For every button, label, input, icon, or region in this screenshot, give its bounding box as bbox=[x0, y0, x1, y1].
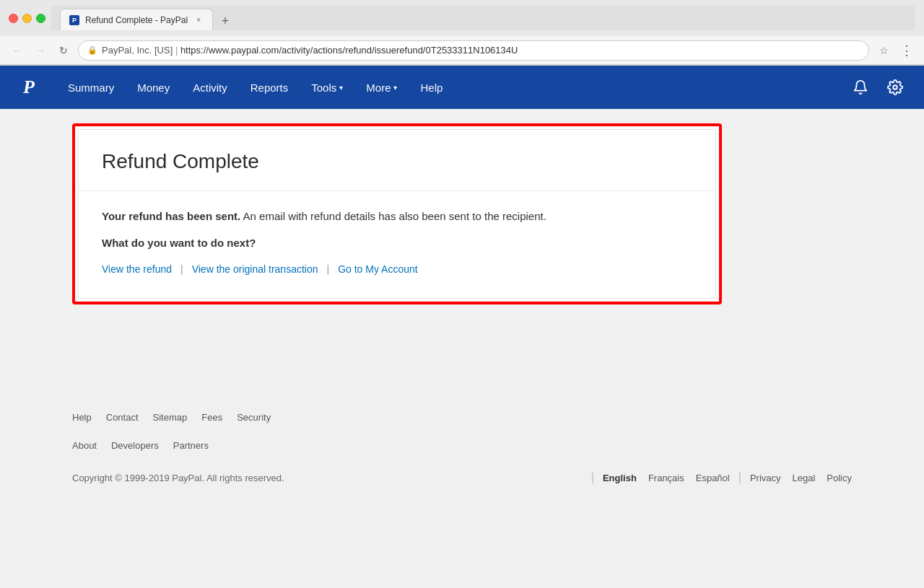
footer-contact-link[interactable]: Contact bbox=[106, 412, 139, 423]
browser-menu-button[interactable]: ⋮ bbox=[898, 42, 915, 59]
address-bar: ← → ↻ 🔒 PayPal, Inc. [US] | https://www.… bbox=[0, 36, 924, 65]
tab-close-button[interactable]: × bbox=[193, 15, 204, 25]
footer-about-link[interactable]: About bbox=[72, 440, 97, 451]
paypal-header: P Summary Money Activity Reports Tools ▾… bbox=[0, 66, 924, 109]
bookmark-button[interactable]: ☆ bbox=[875, 42, 892, 59]
back-button[interactable]: ← bbox=[9, 42, 26, 59]
tab-favicon: P bbox=[69, 15, 79, 25]
active-tab[interactable]: P Refund Complete - PayPal × bbox=[60, 9, 213, 30]
link-separator-2: | bbox=[327, 263, 330, 275]
link-separator-1: | bbox=[180, 263, 183, 275]
view-refund-link[interactable]: View the refund bbox=[102, 263, 172, 275]
footer-links-row-2: About Developers Partners bbox=[72, 440, 852, 451]
traffic-lights bbox=[9, 14, 45, 23]
url-bar[interactable]: 🔒 PayPal, Inc. [US] | https://www.paypal… bbox=[78, 40, 869, 61]
footer-copyright: Copyright © 1999-2019 PayPal. All rights… bbox=[72, 473, 284, 483]
minimize-window-button[interactable] bbox=[22, 14, 32, 23]
maximize-window-button[interactable] bbox=[36, 14, 45, 23]
refund-card: Refund Complete Your refund has been sen… bbox=[78, 129, 716, 299]
forward-button[interactable]: → bbox=[32, 42, 49, 59]
header-actions bbox=[849, 76, 907, 99]
nav-activity[interactable]: Activity bbox=[183, 76, 237, 100]
footer-left: Help Contact Sitemap Fees Security About… bbox=[72, 412, 852, 460]
notifications-button[interactable] bbox=[849, 76, 872, 99]
url-text: PayPal, Inc. [US] | https://www.paypal.c… bbox=[102, 45, 860, 56]
main-content: Refund Complete Your refund has been sen… bbox=[0, 109, 924, 398]
refund-message: Your refund has been sent. An email with… bbox=[102, 209, 692, 225]
nav-reports[interactable]: Reports bbox=[240, 76, 299, 100]
footer-language-links: English Français Español bbox=[603, 473, 730, 483]
footer-lang-english[interactable]: English bbox=[603, 473, 637, 483]
footer-policy-link[interactable]: Policy bbox=[827, 473, 852, 483]
nav-summary[interactable]: Summary bbox=[58, 76, 124, 100]
main-nav: Summary Money Activity Reports Tools ▾ M… bbox=[58, 76, 849, 100]
footer-developers-link[interactable]: Developers bbox=[111, 440, 159, 451]
footer-security-link[interactable]: Security bbox=[237, 412, 271, 423]
nav-money[interactable]: Money bbox=[127, 76, 180, 100]
url-domain: PayPal, Inc. [US] bbox=[102, 45, 173, 56]
tab-bar: P Refund Complete - PayPal × + bbox=[51, 6, 915, 30]
nav-help[interactable]: Help bbox=[410, 76, 453, 100]
refund-title: Refund Complete bbox=[102, 150, 692, 173]
url-full: https://www.paypal.com/activity/actions/… bbox=[180, 45, 518, 56]
tools-chevron-icon: ▾ bbox=[339, 84, 343, 92]
settings-button[interactable] bbox=[884, 76, 907, 99]
refund-card-wrapper: Refund Complete Your refund has been sen… bbox=[72, 123, 722, 304]
footer-privacy-link[interactable]: Privacy bbox=[750, 473, 781, 483]
svg-point-0 bbox=[893, 85, 897, 89]
refresh-button[interactable]: ↻ bbox=[55, 42, 72, 59]
paypal-logo-icon: P bbox=[23, 76, 35, 98]
new-tab-button[interactable]: + bbox=[216, 12, 235, 30]
refund-question: What do you want to do next? bbox=[102, 237, 692, 249]
footer-help-link[interactable]: Help bbox=[72, 412, 92, 423]
more-chevron-icon: ▾ bbox=[393, 84, 397, 92]
url-separator: | bbox=[173, 45, 180, 56]
go-to-my-account-link[interactable]: Go to My Account bbox=[338, 263, 418, 275]
nav-tools[interactable]: Tools ▾ bbox=[301, 76, 353, 100]
paypal-app: P Summary Money Activity Reports Tools ▾… bbox=[0, 66, 924, 588]
footer-legal-link[interactable]: Legal bbox=[793, 473, 816, 483]
refund-message-rest: An email with refund details has also be… bbox=[240, 210, 546, 222]
view-original-transaction-link[interactable]: View the original transaction bbox=[192, 263, 318, 275]
refund-body: Your refund has been sent. An email with… bbox=[79, 191, 715, 298]
refund-title-section: Refund Complete bbox=[79, 130, 715, 191]
footer-policy-links: Privacy Legal Policy bbox=[750, 473, 852, 483]
security-lock-icon: 🔒 bbox=[87, 45, 97, 55]
footer-right-section: | English Français Español | Privacy Leg… bbox=[583, 471, 852, 484]
browser-chrome: P Refund Complete - PayPal × + ← → ↻ 🔒 P… bbox=[0, 0, 924, 66]
paypal-logo[interactable]: P bbox=[17, 76, 40, 99]
footer: Help Contact Sitemap Fees Security About… bbox=[0, 398, 924, 499]
close-window-button[interactable] bbox=[9, 14, 18, 23]
footer-links-row-1: Help Contact Sitemap Fees Security bbox=[72, 412, 852, 423]
empty-area bbox=[0, 499, 924, 588]
footer-fees-link[interactable]: Fees bbox=[201, 412, 222, 423]
browser-titlebar: P Refund Complete - PayPal × + bbox=[0, 0, 924, 36]
footer-sitemap-link[interactable]: Sitemap bbox=[153, 412, 188, 423]
footer-partners-link[interactable]: Partners bbox=[173, 440, 209, 451]
footer-lang-espanol[interactable]: Español bbox=[696, 473, 730, 483]
tab-title: Refund Complete - PayPal bbox=[85, 15, 188, 25]
refund-links: View the refund | View the original tran… bbox=[102, 263, 692, 275]
refund-message-bold: Your refund has been sent. bbox=[102, 210, 240, 222]
footer-lang-francais[interactable]: Français bbox=[648, 473, 684, 483]
nav-more[interactable]: More ▾ bbox=[356, 76, 407, 100]
footer-bottom-row: Copyright © 1999-2019 PayPal. All rights… bbox=[72, 471, 852, 484]
